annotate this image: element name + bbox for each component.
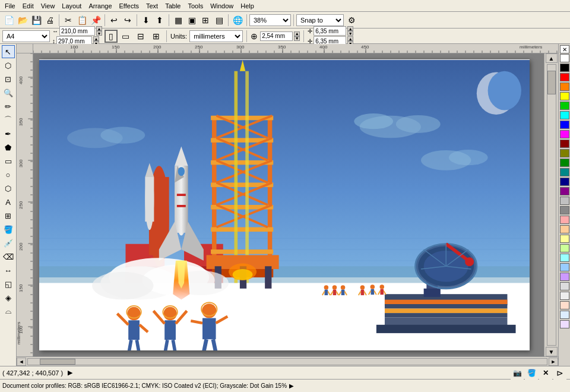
ellipse-tool[interactable]: ○ (2, 168, 15, 181)
color-swatch-yellow[interactable] (560, 92, 569, 100)
color-swatch-peach[interactable] (560, 225, 569, 233)
freehand-tool[interactable]: ✏ (2, 100, 15, 113)
h-scroll-thumb[interactable] (40, 359, 75, 365)
color-swatch-dark-red[interactable] (560, 140, 569, 148)
menu-layout[interactable]: Layout (58, 1, 85, 11)
node-tool[interactable]: ⬡ (2, 59, 15, 72)
scroll-right-button[interactable]: ► (549, 358, 558, 366)
nudge-x-input[interactable] (314, 26, 346, 36)
color-swatch-red[interactable] (560, 73, 569, 81)
color-swatch-pink[interactable] (560, 216, 569, 224)
paste-button[interactable]: 📌 (89, 14, 102, 27)
color-swatch-silver[interactable] (560, 197, 569, 205)
color-swatch-light-green[interactable] (560, 244, 569, 252)
transparency-tool[interactable]: ◈ (2, 291, 15, 304)
blend-tool[interactable]: ↔ (2, 264, 15, 277)
color-swatch-lavender[interactable] (560, 273, 569, 281)
color-swatch-gray[interactable] (560, 206, 569, 214)
scroll-left-button[interactable]: ◄ (17, 358, 26, 366)
color-swatch-extra2[interactable] (560, 311, 569, 319)
color-swatch-navy[interactable] (560, 178, 569, 186)
zoom-select[interactable]: 38% 50% 75% 100% (249, 14, 291, 26)
arrow-indicator[interactable]: ▶ (68, 369, 72, 377)
calligraphy-tool[interactable]: ✒ (2, 127, 15, 140)
color-swatch-orange[interactable] (560, 83, 569, 91)
bezier-tool[interactable]: ⌒ (2, 113, 15, 127)
width-spin-down[interactable]: ▼ (96, 31, 102, 36)
menu-table[interactable]: Table (162, 1, 184, 11)
x-spin-down[interactable]: ▼ (294, 36, 300, 41)
width-spin-up[interactable]: ▲ (96, 26, 102, 31)
polygon-tool[interactable]: ⬡ (2, 182, 15, 195)
view-options-button[interactable]: ▦ (172, 14, 185, 27)
menu-arrange[interactable]: Arrange (85, 1, 115, 11)
color-swatch-dark-green[interactable] (560, 159, 569, 167)
color-swatch-cyan[interactable] (560, 111, 569, 119)
snap-options-button[interactable]: ⚙ (345, 14, 358, 27)
open-button[interactable]: 📂 (16, 14, 29, 27)
print-button[interactable]: 🖨 (43, 14, 56, 27)
color-swatch-extra3[interactable] (560, 320, 569, 328)
color-swatch-white[interactable] (560, 54, 569, 62)
canvas-scroll[interactable] (33, 53, 544, 356)
view-button3[interactable]: ⊞ (199, 14, 212, 27)
fill-icon[interactable]: 🪣 (525, 366, 538, 380)
color-swatch-light-cyan[interactable] (560, 254, 569, 262)
scroll-down-button[interactable]: ▼ (546, 347, 558, 356)
connector-tool[interactable]: ⌓ (2, 305, 15, 318)
menu-edit[interactable]: Edit (19, 1, 37, 11)
color-swatch-extra1[interactable] (560, 301, 569, 309)
text-tool[interactable]: A (2, 195, 15, 208)
color-swatch-magenta[interactable] (560, 130, 569, 138)
color-swatch-purple[interactable] (560, 187, 569, 195)
profile-arrow[interactable]: ▶ (289, 382, 294, 389)
page-layout2-button[interactable]: ⊞ (150, 30, 163, 43)
eyedropper-tool[interactable]: 💉 (2, 236, 15, 249)
page-width-input[interactable] (59, 26, 95, 36)
color-swatch-sky-blue[interactable] (560, 263, 569, 271)
color-swatch-light-gray2[interactable] (560, 292, 569, 300)
menu-text[interactable]: Text (142, 1, 162, 11)
color-swatch-black[interactable] (560, 64, 569, 72)
shadow-tool[interactable]: ◱ (2, 277, 15, 290)
color-swatch-light-gray1[interactable] (560, 282, 569, 290)
last-col-button[interactable]: ⊳ (553, 366, 566, 380)
x-coord-input[interactable] (260, 31, 293, 41)
view-button2[interactable]: ▣ (185, 14, 198, 27)
export-button[interactable]: ⬆ (153, 14, 166, 27)
save-button[interactable]: 💾 (30, 14, 43, 27)
close-x-button[interactable]: ✕ (539, 366, 552, 380)
portrait-button[interactable]: ▯ (104, 30, 118, 43)
pointer-tool[interactable]: ↖ (2, 45, 15, 58)
new-button[interactable]: 📄 (2, 14, 15, 27)
height-spin-up[interactable]: ▲ (93, 36, 99, 41)
nx-spin-up[interactable]: ▲ (347, 26, 353, 31)
eraser-tool[interactable]: ⌫ (2, 250, 15, 263)
import-button[interactable]: ⬇ (140, 14, 153, 27)
page-layout-button[interactable]: ⊟ (134, 30, 147, 43)
scroll-thumb[interactable] (547, 71, 556, 94)
redo-button[interactable]: ↪ (121, 14, 134, 27)
smart-fill-tool[interactable]: ⬟ (2, 141, 15, 154)
x-spin-up[interactable]: ▲ (294, 31, 300, 36)
fill-tool[interactable]: 🪣 (2, 223, 15, 236)
menu-file[interactable]: File (1, 1, 19, 11)
horizontal-scrollbar[interactable] (27, 358, 547, 365)
publish-button[interactable]: 🌐 (231, 14, 244, 27)
color-swatch-blue[interactable] (560, 121, 569, 129)
color-swatch-olive[interactable] (560, 149, 569, 157)
no-color-swatch[interactable]: ✕ (560, 45, 569, 53)
nx-spin-down[interactable]: ▼ (347, 31, 353, 36)
camera-button[interactable]: 📷 (511, 366, 524, 380)
menu-effects[interactable]: Effects (116, 1, 142, 11)
vertical-scrollbar[interactable] (547, 64, 556, 346)
color-swatch-teal[interactable] (560, 168, 569, 176)
units-select[interactable]: millimeters inches pixels (189, 30, 243, 42)
snap-select[interactable]: Snap to (296, 14, 344, 26)
menu-tools[interactable]: Tools (184, 1, 207, 11)
page-size-select[interactable]: A4 (2, 30, 50, 42)
rectangle-tool[interactable]: ▭ (2, 154, 15, 167)
color-swatch-green[interactable] (560, 102, 569, 110)
undo-button[interactable]: ↩ (107, 14, 121, 27)
scroll-up-button[interactable]: ▲ (546, 53, 558, 63)
